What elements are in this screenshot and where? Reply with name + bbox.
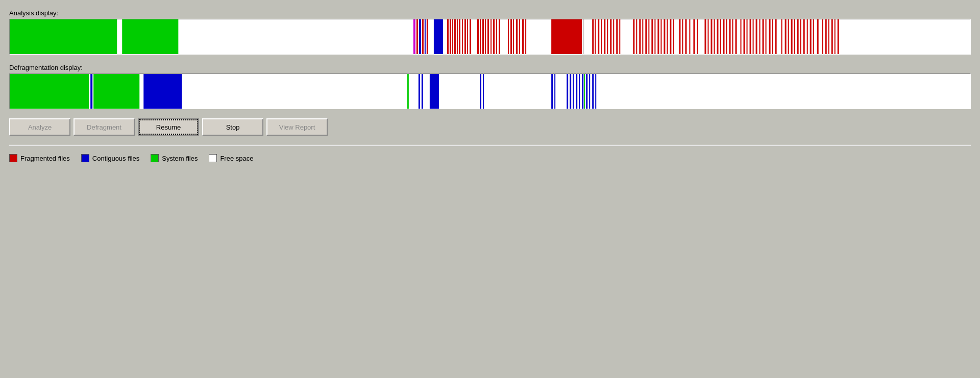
svg-rect-128 <box>582 74 583 109</box>
svg-rect-41 <box>598 19 599 54</box>
svg-rect-132 <box>592 74 594 109</box>
svg-rect-47 <box>616 19 618 54</box>
defrag-label: Defragmentation display: <box>9 64 971 71</box>
svg-rect-81 <box>744 19 745 54</box>
defragment-button[interactable]: Defragment <box>74 118 135 136</box>
svg-rect-37 <box>559 19 560 54</box>
svg-rect-4 <box>416 19 418 54</box>
svg-rect-46 <box>613 19 614 54</box>
svg-rect-39 <box>592 19 594 54</box>
svg-rect-107 <box>831 19 833 54</box>
svg-rect-115 <box>407 74 409 109</box>
analyze-button[interactable]: Analyze <box>9 118 70 136</box>
svg-rect-106 <box>828 19 829 54</box>
svg-rect-76 <box>726 19 727 54</box>
svg-rect-105 <box>825 19 827 54</box>
legend: Fragmented files Contiguous files System… <box>9 154 971 162</box>
svg-rect-71 <box>710 19 712 54</box>
svg-rect-78 <box>732 19 733 54</box>
svg-rect-49 <box>633 19 634 54</box>
svg-rect-3 <box>413 19 415 54</box>
svg-rect-26 <box>493 19 495 54</box>
svg-rect-67 <box>693 19 695 54</box>
svg-rect-119 <box>480 74 481 109</box>
svg-rect-19 <box>470 19 471 54</box>
svg-rect-60 <box>667 19 668 54</box>
svg-rect-25 <box>491 19 492 54</box>
system-label: System files <box>162 155 198 162</box>
svg-rect-11 <box>450 19 451 54</box>
svg-rect-82 <box>747 19 748 54</box>
svg-rect-45 <box>610 19 611 54</box>
analysis-display <box>9 19 971 55</box>
svg-rect-14 <box>457 19 458 54</box>
svg-rect-16 <box>462 19 463 54</box>
svg-rect-42 <box>601 19 602 54</box>
svg-rect-96 <box>794 19 795 54</box>
svg-rect-92 <box>781 19 782 54</box>
svg-rect-90 <box>772 19 773 54</box>
svg-rect-62 <box>673 19 674 54</box>
svg-rect-66 <box>689 19 690 54</box>
fragmented-label: Fragmented files <box>20 155 70 162</box>
defrag-display <box>9 73 971 109</box>
legend-contiguous: Contiguous files <box>81 154 140 162</box>
svg-rect-48 <box>619 19 620 54</box>
svg-rect-99 <box>803 19 805 54</box>
free-icon <box>209 154 217 162</box>
svg-rect-116 <box>419 74 420 109</box>
svg-rect-33 <box>519 19 520 54</box>
svg-rect-98 <box>800 19 801 54</box>
svg-rect-43 <box>604 19 605 54</box>
svg-rect-34 <box>522 19 524 54</box>
svg-rect-57 <box>657 19 659 54</box>
svg-rect-40 <box>595 19 596 54</box>
view-report-button[interactable]: View Report <box>266 118 328 136</box>
svg-rect-8 <box>427 19 428 54</box>
svg-rect-7 <box>425 19 426 54</box>
analysis-label: Analysis display: <box>9 9 971 17</box>
svg-rect-36 <box>551 19 582 54</box>
svg-rect-126 <box>576 74 577 109</box>
svg-rect-52 <box>642 19 643 54</box>
divider <box>9 145 971 146</box>
svg-rect-32 <box>516 19 518 54</box>
legend-free: Free space <box>209 154 253 162</box>
svg-rect-10 <box>447 19 449 54</box>
legend-system: System files <box>151 154 198 162</box>
svg-rect-23 <box>485 19 486 54</box>
svg-rect-129 <box>584 74 585 109</box>
svg-rect-28 <box>499 19 500 54</box>
main-container: Analysis display: <box>9 9 971 162</box>
svg-rect-109 <box>838 19 839 54</box>
svg-rect-125 <box>573 74 574 109</box>
svg-rect-83 <box>750 19 751 54</box>
svg-rect-102 <box>813 19 814 54</box>
resume-button[interactable]: Resume <box>138 118 199 136</box>
svg-rect-53 <box>645 19 647 54</box>
svg-rect-94 <box>788 19 789 54</box>
svg-rect-54 <box>648 19 649 54</box>
svg-rect-103 <box>817 19 819 54</box>
buttons-row: Analyze Defragment Resume Stop View Repo… <box>9 118 971 136</box>
svg-rect-15 <box>459 19 460 54</box>
svg-rect-21 <box>480 19 481 54</box>
free-label: Free space <box>220 155 253 162</box>
svg-rect-65 <box>685 19 687 54</box>
svg-rect-111 <box>10 74 89 109</box>
svg-rect-18 <box>467 19 468 54</box>
svg-rect-88 <box>766 19 767 54</box>
svg-rect-93 <box>785 19 787 54</box>
svg-rect-70 <box>707 19 708 54</box>
svg-rect-113 <box>93 74 139 109</box>
svg-rect-80 <box>741 19 742 54</box>
svg-rect-31 <box>513 19 514 54</box>
svg-rect-84 <box>753 19 754 54</box>
stop-button[interactable]: Stop <box>202 118 263 136</box>
svg-rect-38 <box>583 19 584 54</box>
svg-rect-1 <box>10 19 117 54</box>
svg-rect-117 <box>422 74 423 109</box>
svg-rect-75 <box>723 19 724 54</box>
contiguous-label: Contiguous files <box>92 155 140 162</box>
svg-rect-122 <box>554 74 555 109</box>
